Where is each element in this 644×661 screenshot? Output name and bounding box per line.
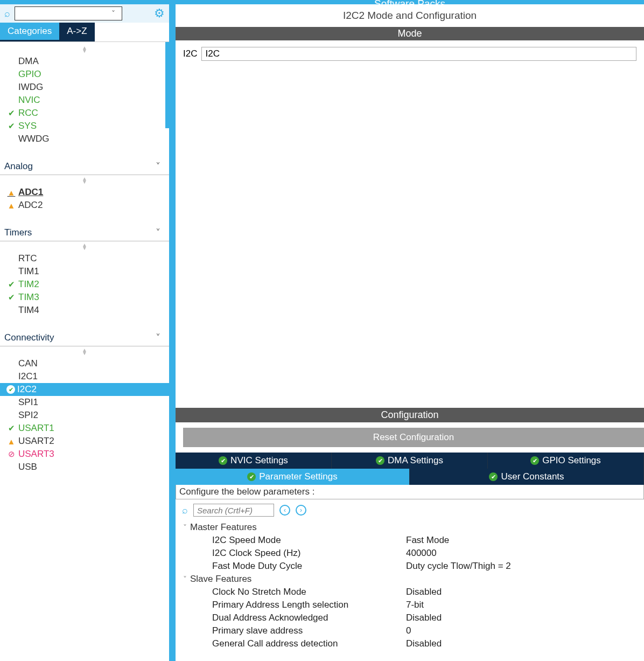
group-label: Slave Features <box>190 574 251 585</box>
tree-item-label: TIM4 <box>18 305 39 316</box>
tree-item-label: TIM1 <box>18 266 39 277</box>
param-search-row: ⌕ ‹ › <box>176 499 644 521</box>
reset-config-button[interactable]: Reset Configuration <box>183 428 644 447</box>
param-value: Disabled <box>406 638 442 649</box>
tab-categories[interactable]: Categories <box>0 23 59 41</box>
tree-item-gpio[interactable]: GPIO <box>0 68 169 81</box>
tree-item-usart1[interactable]: ✔USART1 <box>0 422 169 435</box>
group-master[interactable]: ˅ Master Features <box>183 521 636 534</box>
param-value: 0 <box>406 625 411 636</box>
tree-item-tim1[interactable]: TIM1 <box>0 265 169 278</box>
chevron-down-icon: ˅ <box>156 332 160 344</box>
param-row[interactable]: Dual Address AcknowledgedDisabled <box>183 611 636 624</box>
check-icon: ✔ <box>530 456 539 465</box>
group-slave[interactable]: ˅ Slave Features <box>183 573 636 586</box>
config-tabs-row1: ✔NVIC Settings✔DMA Settings✔GPIO Setting… <box>176 453 644 469</box>
param-label: I2C Clock Speed (Hz) <box>212 548 406 559</box>
tree-item-spi2[interactable]: SPI2 <box>0 409 169 422</box>
tree-item-label: USART1 <box>18 423 54 434</box>
config-tab-dma-settings[interactable]: ✔DMA Settings <box>332 453 488 469</box>
sort-icon[interactable]: ▲▼ <box>79 46 90 53</box>
view-tabs: Categories A->Z <box>0 23 169 41</box>
sort-icon[interactable]: ▲▼ <box>79 243 90 250</box>
mode-label: I2C <box>183 48 197 59</box>
tree-item-usart3[interactable]: ⊘USART3 <box>0 448 169 461</box>
tree-item-wwdg[interactable]: WWDG <box>0 133 169 145</box>
search-row: ⌕ ˅ ⚙ <box>0 4 169 23</box>
check-circle-icon: ✔ <box>6 385 15 394</box>
tree-item-i2c2[interactable]: ✔I2C2 <box>0 383 169 396</box>
tree-item-rcc[interactable]: ✔RCC <box>0 107 169 120</box>
check-icon: ✔ <box>6 293 16 302</box>
peripheral-tree: ▲▼ DMAGPIOIWDGNVIC✔RCC✔SYSWWDG Analog ˅ … <box>0 42 169 661</box>
param-row[interactable]: I2C Speed ModeFast Mode <box>183 534 636 547</box>
chevron-down-icon: ˅ <box>156 227 160 239</box>
tree-item-sys[interactable]: ✔SYS <box>0 120 169 133</box>
tree-item-tim4[interactable]: TIM4 <box>0 304 169 317</box>
category-label: Analog <box>4 161 33 172</box>
tree-item-adc1[interactable]: ▲ADC1 <box>0 186 169 199</box>
param-row[interactable]: Clock No Stretch ModeDisabled <box>183 586 636 599</box>
param-tree: ˅ Master Features I2C Speed ModeFast Mod… <box>176 521 644 661</box>
tree-item-label: USB <box>18 462 37 472</box>
sort-icon[interactable]: ▲▼ <box>79 349 90 355</box>
tree-item-usb[interactable]: USB <box>0 461 169 474</box>
tree-item-label: RCC <box>18 108 38 119</box>
tree-item-can[interactable]: CAN <box>0 357 169 370</box>
param-label: General Call address detection <box>212 638 406 649</box>
config-panel: Software Packs I2C2 Mode and Configurati… <box>176 0 644 661</box>
tree-item-iwdg[interactable]: IWDG <box>0 81 169 94</box>
check-icon: ✔ <box>489 472 498 481</box>
tab-az[interactable]: A->Z <box>59 23 94 41</box>
gear-icon[interactable]: ⚙ <box>154 6 165 20</box>
category-analog[interactable]: Analog ˅ <box>0 158 169 175</box>
param-row[interactable]: Fast Mode Duty CycleDuty cycle Tlow/Thig… <box>183 560 636 573</box>
tree-item-label: IWDG <box>18 82 43 93</box>
tree-item-label: USART2 <box>18 436 54 447</box>
tab-label: GPIO Settings <box>542 455 601 466</box>
param-value: 400000 <box>406 548 437 559</box>
peripheral-search-input[interactable] <box>15 6 122 20</box>
warn-icon: ▲ <box>6 437 16 446</box>
warn-icon: ▲ <box>6 188 16 197</box>
check-icon: ✔ <box>6 121 16 131</box>
param-row[interactable]: Primary slave address0 <box>183 624 636 637</box>
tree-item-dma[interactable]: DMA <box>0 55 169 68</box>
param-label: Clock No Stretch Mode <box>212 587 406 597</box>
param-row[interactable]: General Call address detectionDisabled <box>183 637 636 650</box>
chevron-down-icon: ˅ <box>183 523 187 532</box>
tree-item-tim2[interactable]: ✔TIM2 <box>0 278 169 291</box>
check-icon: ✔ <box>6 108 16 118</box>
param-value: Fast Mode <box>406 535 449 546</box>
tree-item-usart2[interactable]: ▲USART2 <box>0 435 169 448</box>
prev-match-button[interactable]: ‹ <box>279 505 290 516</box>
tree-item-label: USART3 <box>18 449 54 460</box>
config-tab-parameter-settings[interactable]: ✔Parameter Settings <box>176 469 410 485</box>
tree-item-i2c1[interactable]: I2C1 <box>0 370 169 383</box>
param-row[interactable]: I2C Clock Speed (Hz)400000 <box>183 547 636 560</box>
config-tab-user-constants[interactable]: ✔User Constants <box>410 469 644 485</box>
check-icon: ✔ <box>6 280 16 289</box>
param-label: Primary Address Length selection <box>212 600 406 610</box>
tree-item-spi1[interactable]: SPI1 <box>0 396 169 409</box>
category-connectivity[interactable]: Connectivity ˅ <box>0 330 169 346</box>
param-value: Disabled <box>406 587 442 597</box>
tree-item-label: SPI1 <box>18 397 38 408</box>
category-timers[interactable]: Timers ˅ <box>0 225 169 241</box>
block-icon: ⊘ <box>6 449 16 459</box>
tree-item-nvic[interactable]: NVIC <box>0 94 169 107</box>
sort-icon[interactable]: ▲▼ <box>79 177 90 184</box>
mode-select[interactable] <box>201 47 636 61</box>
config-tabs-row2: ✔Parameter Settings✔User Constants <box>176 469 644 485</box>
config-tab-gpio-settings[interactable]: ✔GPIO Settings <box>488 453 644 469</box>
scrollbar[interactable] <box>165 42 169 128</box>
next-match-button[interactable]: › <box>296 505 306 516</box>
tree-item-label: DMA <box>18 56 39 67</box>
tree-item-rtc[interactable]: RTC <box>0 252 169 265</box>
param-search-input[interactable] <box>193 504 274 517</box>
param-row[interactable]: Primary Address Length selection7-bit <box>183 599 636 611</box>
config-tab-nvic-settings[interactable]: ✔NVIC Settings <box>176 453 332 469</box>
top-accent <box>0 0 169 4</box>
tree-item-adc2[interactable]: ▲ADC2 <box>0 199 169 212</box>
tree-item-tim3[interactable]: ✔TIM3 <box>0 291 169 304</box>
